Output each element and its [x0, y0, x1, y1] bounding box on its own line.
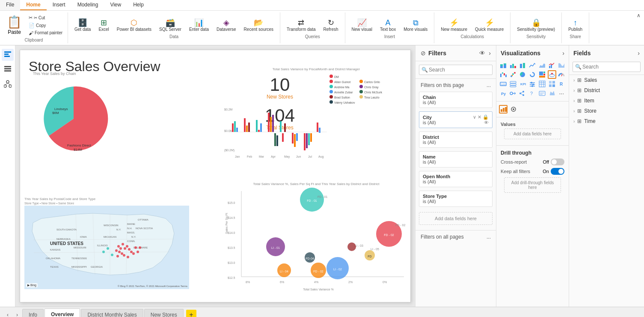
- viz-decomp-tree-icon[interactable]: [518, 89, 527, 98]
- svg-text:FD: FD: [368, 255, 371, 258]
- svg-text:FD - 01: FD - 01: [318, 195, 327, 198]
- publish-button[interactable]: ↑ Publish: [565, 17, 585, 33]
- viz-area-chart-icon[interactable]: [538, 61, 546, 69]
- city-eye-icon[interactable]: 👁: [484, 120, 489, 125]
- model-view-icon[interactable]: [2, 78, 14, 90]
- tab-help[interactable]: Help: [127, 0, 150, 10]
- fields-expand-icon[interactable]: ›: [638, 50, 640, 57]
- page-next-btn[interactable]: ›: [13, 311, 21, 317]
- enter-data-button[interactable]: 📊 Enter data: [186, 17, 212, 33]
- toggle-cross-report[interactable]: [551, 158, 564, 165]
- filters-eye-icon[interactable]: 👁: [479, 50, 485, 57]
- ribbon-minimize-button[interactable]: ∧: [637, 12, 641, 18]
- page-tab-info[interactable]: Info: [22, 309, 44, 317]
- cut-button[interactable]: ✂ ✂ Cut: [27, 14, 64, 21]
- viz-stacked-bar-icon[interactable]: [499, 61, 507, 69]
- viz-key-influencers-icon[interactable]: [509, 89, 517, 98]
- viz-pie-chart-icon[interactable]: [518, 70, 527, 79]
- tab-insert[interactable]: Insert: [47, 0, 71, 10]
- viz-treemap-icon[interactable]: [538, 70, 546, 79]
- filters-all-pages-more[interactable]: ...: [487, 234, 491, 240]
- data-view-icon[interactable]: [2, 63, 14, 75]
- page-tab-newstores[interactable]: New Stores: [144, 309, 184, 317]
- tab-modeling[interactable]: Modeling: [71, 0, 104, 10]
- field-item-time[interactable]: › ⊞ Time: [569, 116, 644, 126]
- report-view-icon[interactable]: [2, 49, 14, 61]
- field-item-store[interactable]: › ⊞ Store: [569, 106, 644, 116]
- excel-button[interactable]: ⊞ Excel: [95, 17, 112, 33]
- refresh-button[interactable]: ↻ Refresh: [321, 17, 341, 33]
- city-lock-icon[interactable]: 🔒: [483, 114, 489, 120]
- copy-button[interactable]: 📄 Copy: [27, 22, 64, 29]
- viz-card-icon[interactable]: 123: [499, 80, 507, 88]
- viz-gauge-icon[interactable]: [557, 70, 566, 79]
- tab-home[interactable]: Home: [20, 0, 46, 10]
- viz-multi-row-card-icon[interactable]: [509, 80, 517, 88]
- new-measure-button[interactable]: ⚡ New measure: [438, 17, 470, 33]
- paste-button[interactable]: 📋 Paste: [3, 13, 25, 37]
- field-time-label: Time: [584, 118, 595, 124]
- page-tab-district[interactable]: District Monthly Sales: [81, 309, 143, 317]
- drill-cross-report-toggle[interactable]: Off: [543, 158, 564, 165]
- power-bi-datasets-button[interactable]: ⬡ Power BI datasets: [114, 17, 154, 33]
- viz-clustered-bar-icon[interactable]: [509, 61, 517, 69]
- viz-add-fields[interactable]: Add data fields here: [504, 129, 561, 139]
- viz-python-icon[interactable]: Py: [499, 89, 507, 98]
- svg-text:6%: 6%: [280, 281, 284, 284]
- text-box-button[interactable]: A Text box: [377, 17, 399, 33]
- city-expand-icon[interactable]: ∨: [473, 114, 476, 120]
- viz-stacked-col-icon[interactable]: [518, 61, 527, 69]
- map-container[interactable]: SOUTH DAKOTA WISCONSIN NEBRASKA IOWA MIC…: [24, 206, 189, 289]
- field-item-item[interactable]: › ⊞ Item: [569, 96, 644, 106]
- viz-scatter-icon[interactable]: [509, 70, 517, 79]
- filters-on-this-page-more[interactable]: ...: [487, 82, 491, 88]
- get-data-button[interactable]: 🗄️ Get data: [71, 17, 94, 33]
- field-item-district[interactable]: › ⊞ District: [569, 85, 644, 96]
- new-visual-button[interactable]: 📈 New visual: [349, 17, 375, 33]
- viz-line-clustered-icon[interactable]: [548, 61, 556, 69]
- filters-expand-icon[interactable]: ›: [489, 50, 491, 57]
- viz-r-visual-icon[interactable]: R: [557, 80, 566, 88]
- toggle-keep-all[interactable]: [551, 168, 564, 175]
- svg-point-106: [124, 247, 126, 250]
- drill-add-fields[interactable]: Add drill-through fields here: [504, 177, 561, 193]
- viz-more-icon[interactable]: ···: [557, 89, 566, 98]
- tab-file[interactable]: File: [0, 0, 20, 10]
- recent-sources-button[interactable]: 📂 Recent sources: [241, 17, 276, 33]
- viz-ribbon-chart-icon[interactable]: [557, 61, 566, 69]
- viz-expand-icon[interactable]: ›: [562, 50, 564, 57]
- canvas-area[interactable]: Store Sales Overview This Year Sales by …: [15, 45, 415, 307]
- page-tab-overview[interactable]: Overview: [45, 308, 80, 317]
- city-clear-icon[interactable]: ✕: [478, 114, 481, 120]
- filters-add-fields[interactable]: Add data fields here: [419, 212, 493, 225]
- dataverse-button[interactable]: ◈ Dataverse: [214, 17, 239, 33]
- page-add-button[interactable]: +: [186, 310, 196, 317]
- viz-table-icon[interactable]: [538, 80, 546, 88]
- viz-qa-icon[interactable]: ?: [528, 89, 537, 98]
- page-prev-btn[interactable]: ‹: [3, 311, 12, 317]
- viz-donut-icon[interactable]: [528, 70, 537, 79]
- viz-waterfall-icon[interactable]: [499, 70, 507, 79]
- sensitivity-button[interactable]: 🔒 Sensitivity (preview): [514, 17, 558, 33]
- viz-shape-map-icon[interactable]: [548, 89, 556, 98]
- svg-point-17: [329, 80, 333, 83]
- viz-format-icon[interactable]: [509, 105, 518, 114]
- viz-matrix-icon[interactable]: [548, 80, 556, 88]
- drill-keep-all-toggle[interactable]: On: [543, 168, 564, 175]
- filters-search-input[interactable]: [419, 65, 493, 75]
- viz-slicer-icon[interactable]: [528, 80, 537, 88]
- svg-point-7: [4, 85, 6, 87]
- viz-smart-narrative-icon[interactable]: [538, 89, 546, 98]
- fields-search-input[interactable]: [573, 62, 641, 72]
- transform-data-button[interactable]: ⇄ Transform data: [284, 17, 318, 33]
- sql-server-button[interactable]: 🗃️ SQL Server: [156, 17, 184, 33]
- tab-view[interactable]: View: [104, 0, 127, 10]
- viz-map-icon[interactable]: [548, 70, 556, 79]
- field-item-sales[interactable]: › ⊞ Sales: [569, 75, 644, 85]
- viz-build-icon[interactable]: [499, 105, 507, 114]
- quick-measure-button[interactable]: ⚡ Quick measure: [472, 17, 507, 33]
- format-painter-button[interactable]: 🖌 Format painter: [27, 30, 64, 36]
- more-visuals-button[interactable]: ⧉ More visuals: [401, 17, 430, 33]
- viz-line-chart-icon[interactable]: [528, 61, 537, 69]
- viz-kpi-icon[interactable]: KPI: [518, 80, 527, 88]
